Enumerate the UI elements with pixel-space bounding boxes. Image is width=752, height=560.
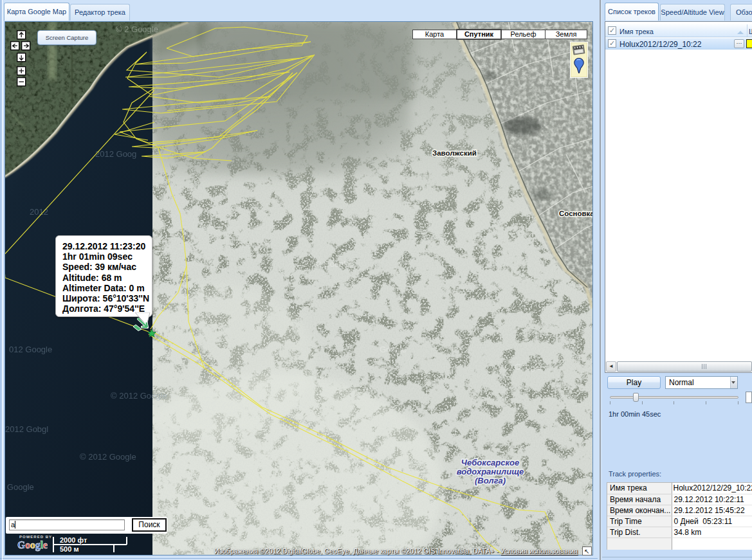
- svg-text:© 2012 Google: © 2012 Google: [111, 391, 167, 401]
- svg-text:2012 Gobgl: 2012 Gobgl: [5, 424, 48, 434]
- svg-text:012 Google: 012 Google: [9, 345, 52, 354]
- svg-text:Google: Google: [515, 362, 542, 372]
- svg-text:© 2 Google: © 2 Google: [116, 24, 158, 34]
- svg-text:(Волга): (Волга): [475, 476, 506, 485]
- svg-text:Заволжский: Заволжский: [432, 149, 477, 157]
- svg-text:© 2012 Google: © 2012 Google: [80, 452, 136, 462]
- svg-text:Google: Google: [380, 345, 407, 354]
- svg-text:Сосновка: Сосновка: [559, 210, 592, 217]
- svg-text:водохранилище: водохранилище: [457, 467, 524, 476]
- svg-text:2012 Goog: 2012 Goog: [95, 149, 136, 159]
- svg-text:2012 Google: 2012 Google: [302, 259, 350, 269]
- svg-text:2012: 2012: [30, 207, 48, 217]
- svg-text:2 Google: 2 Google: [5, 482, 34, 492]
- svg-text:Чебоксарское: Чебоксарское: [461, 458, 520, 467]
